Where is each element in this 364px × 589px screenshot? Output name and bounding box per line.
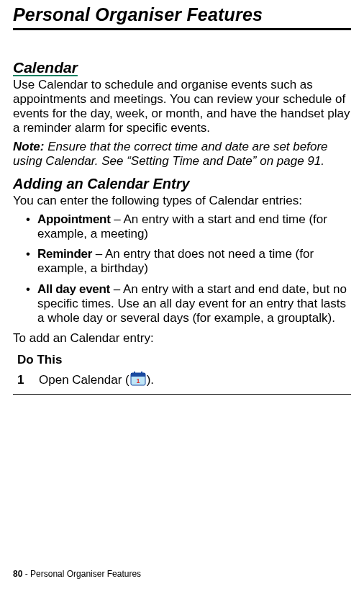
bullet-marker: • <box>26 247 30 261</box>
page-title: Personal Organiser Features <box>13 4 351 25</box>
page-footer: 80 - Personal Organiser Features <box>13 569 141 579</box>
note-text: Ensure that the correct time and date ar… <box>13 140 328 168</box>
list-item: • All day event – An entry with a start … <box>37 282 351 325</box>
entry-types-list: • Appointment – An entry with a start an… <box>13 212 351 325</box>
title-rule <box>13 28 351 30</box>
step-text-after: ). <box>147 373 154 387</box>
svg-rect-3 <box>141 372 142 374</box>
calendar-note: Note: Ensure that the correct time and d… <box>13 140 351 168</box>
list-item: • Appointment – An entry with a start an… <box>37 212 351 241</box>
entry-type-label: Reminder <box>37 247 92 261</box>
step-text: Open Calendar ( 1 ). <box>39 372 154 390</box>
bullet-marker: • <box>26 212 30 227</box>
step-number: 1 <box>17 373 29 387</box>
step-row: 1 Open Calendar ( 1 ). <box>13 369 351 395</box>
adding-intro: You can enter the following types of Cal… <box>13 194 351 208</box>
to-add-text: To add an Calendar entry: <box>13 331 351 346</box>
calendar-intro: Use Calendar to schedule and organise ev… <box>13 78 351 135</box>
bullet-marker: • <box>26 282 30 297</box>
entry-type-label: All day event <box>37 282 110 296</box>
calendar-icon: 1 <box>130 372 146 390</box>
footer-page-number: 80 <box>13 569 22 579</box>
steps-header: Do This <box>17 353 351 367</box>
svg-rect-1 <box>131 373 145 377</box>
footer-section: Personal Organiser Features <box>30 569 141 579</box>
svg-text:1: 1 <box>136 377 140 385</box>
list-item: • Reminder – An entry that does not need… <box>37 247 351 276</box>
svg-rect-2 <box>134 372 135 374</box>
heading-calendar: Calendar <box>13 59 351 76</box>
entry-type-label: Appointment <box>37 212 111 226</box>
heading-adding-entry: Adding an Calendar Entry <box>13 176 351 192</box>
note-label: Note: <box>13 140 44 153</box>
step-text-before: Open Calendar ( <box>39 373 129 387</box>
footer-sep: - <box>22 569 30 579</box>
